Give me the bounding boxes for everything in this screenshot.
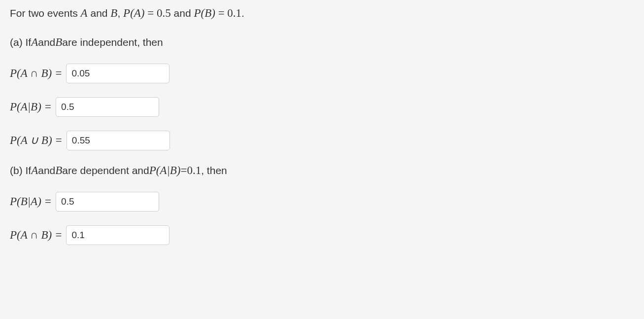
problem-intro: For two events A and B, P(A) = 0.5 and P… (10, 5, 634, 22)
part-b-eq: = (180, 164, 187, 177)
p-of-b: P(B) (194, 7, 215, 19)
p-a-intersect-b-input-2[interactable] (66, 225, 169, 245)
part-b-A: A (31, 164, 38, 177)
part-b-B: B (55, 164, 62, 177)
pb-value: 0.1 (227, 7, 241, 19)
p-a-given-b-label: P(A|B) = (10, 101, 52, 113)
part-b-mid: are dependent and (62, 165, 149, 177)
p-a-intersect-b-label: P(A ∩ B) = (10, 67, 62, 80)
part-b-q1: P(B|A) = (10, 192, 634, 212)
part-a-A: A (31, 36, 38, 49)
part-b-suffix: , then (201, 165, 227, 177)
intro-comma: , (117, 7, 123, 19)
event-b: B (110, 7, 117, 19)
p-a-union-b-input[interactable] (67, 131, 170, 150)
part-a-q3: P(A ∪ B) = (10, 131, 634, 150)
eq2: = (215, 7, 227, 19)
p-a-given-b-input[interactable] (56, 97, 159, 117)
part-a-q1: P(A ∩ B) = (10, 64, 634, 83)
p-of-a: P(A) (123, 7, 144, 19)
part-a-q2: P(A|B) = (10, 97, 634, 117)
part-b-q2: P(A ∩ B) = (10, 225, 634, 245)
p-a-intersect-b-input[interactable] (66, 64, 169, 83)
part-a-suffix: are independent, then (62, 36, 163, 48)
pa-value: 0.5 (157, 7, 171, 19)
intro-period: . (241, 7, 244, 19)
p-a-intersect-b-label-2: P(A ∩ B) = (10, 229, 62, 242)
p-b-given-a-label: P(B|A) = (10, 195, 52, 208)
p-a-union-b-label: P(A ∪ B) = (10, 134, 63, 147)
intro-text: For two events (10, 7, 81, 19)
part-a-prefix: (a) If (10, 36, 31, 48)
eq1: = (145, 7, 157, 19)
part-a-B: B (55, 36, 62, 49)
part-b-and: and (38, 165, 55, 177)
part-a-and: and (38, 36, 55, 48)
intro-and1: and (88, 7, 111, 19)
part-b-pab: P(A|B) (149, 164, 181, 177)
part-b-pabval: 0.1 (187, 164, 201, 177)
part-a-heading: (a) If A and B are independent, then (10, 36, 634, 49)
p-b-given-a-input[interactable] (56, 192, 159, 212)
event-a: A (81, 7, 88, 19)
part-b-prefix: (b) If (10, 165, 31, 177)
part-b-heading: (b) If A and B are dependent and P(A|B) … (10, 164, 634, 177)
intro-and2: and (171, 7, 194, 19)
